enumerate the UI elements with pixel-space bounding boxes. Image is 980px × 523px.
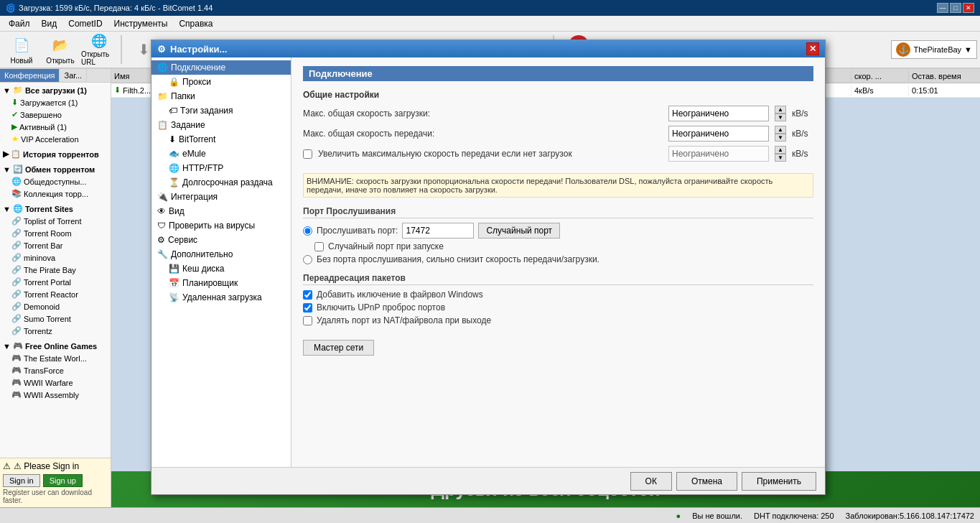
nav-longterm[interactable]: ⏳ Долгосрочная раздача bbox=[151, 175, 291, 190]
nav-task[interactable]: 📋 Задание bbox=[151, 118, 291, 132]
random-port-start-checkbox[interactable] bbox=[314, 242, 324, 251]
nav-bittorrent[interactable]: ⬇ BitTorrent bbox=[151, 132, 291, 147]
remove-port-checkbox[interactable] bbox=[303, 316, 312, 325]
upload-spin-up[interactable]: ▲ bbox=[775, 126, 786, 134]
upnp-row: Включить UPnP проброс портов bbox=[303, 302, 813, 313]
nav-icon-longterm: ⏳ bbox=[169, 177, 179, 188]
download-speed-input[interactable] bbox=[668, 106, 769, 121]
listen-radio[interactable] bbox=[303, 226, 312, 236]
nav-folders[interactable]: 📁 Папки bbox=[151, 89, 291, 103]
packet-section: Переадресация пакетов Добавить иключение… bbox=[303, 273, 813, 325]
upload-speed-spinner[interactable]: ▲ ▼ bbox=[775, 126, 786, 142]
dialog-title-text: Настройки... bbox=[170, 44, 227, 55]
no-listen-row: Без порта прослушивания, сильно снизит с… bbox=[303, 254, 813, 264]
boost-spin-up[interactable]: ▲ bbox=[775, 146, 786, 154]
dialog-nav: 🌐 Подключение 🔒 Прокси 📁 Папки 🏷 Тэги за… bbox=[151, 57, 291, 467]
dialog-title-content: ⚙ Настройки... bbox=[157, 44, 227, 55]
nav-icon-diskcache: 💾 bbox=[169, 264, 179, 274]
nav-icon-service: ⚙ bbox=[157, 235, 165, 245]
remove-port-row: Удалять порт из NAT/файрвола при выходе bbox=[303, 315, 813, 325]
listen-port-section: Порт Прослушивания bbox=[303, 206, 813, 218]
boost-checkbox[interactable] bbox=[303, 149, 312, 159]
no-listen-radio[interactable] bbox=[303, 255, 312, 264]
nav-tags[interactable]: 🏷 Тэги задания bbox=[151, 103, 291, 118]
section-title: Подключение bbox=[303, 66, 813, 81]
settings-dialog: ⚙ Настройки... ✕ 🌐 Подключение 🔒 Прокси … bbox=[151, 40, 826, 495]
nav-icon-tags: 🏷 bbox=[169, 106, 177, 116]
nav-icon-integration: 🔌 bbox=[157, 192, 168, 202]
dialog-footer: ОК Отмена Применить bbox=[151, 467, 825, 494]
net-wizard-button[interactable]: Мастер сети bbox=[303, 340, 374, 356]
random-port-start-label: Случайный порт при запуске bbox=[328, 241, 444, 251]
nav-icon-folders: 📁 bbox=[157, 91, 168, 101]
gen-settings-title: Общие настройки bbox=[303, 90, 813, 100]
nav-icon-emule: 🐟 bbox=[169, 149, 179, 159]
nav-icon-advanced: 🔧 bbox=[157, 249, 168, 259]
firewall-checkbox[interactable] bbox=[303, 290, 312, 300]
nav-icon-antivirus: 🛡 bbox=[157, 221, 166, 231]
nav-icon-httpftp: 🌐 bbox=[169, 163, 179, 173]
packet-title: Переадресация пакетов bbox=[303, 273, 813, 285]
listen-radio-row: Прослушивать порт: Случайный порт bbox=[303, 223, 813, 239]
boost-unit: кВ/s bbox=[792, 149, 813, 159]
cancel-button[interactable]: Отмена bbox=[676, 472, 737, 491]
random-port-button[interactable]: Случайный порт bbox=[478, 223, 560, 239]
nav-icon-scheduler: 📅 bbox=[169, 278, 179, 288]
nav-service[interactable]: ⚙ Сервис bbox=[151, 233, 291, 247]
nav-icon-bittorrent: ⬇ bbox=[169, 134, 176, 144]
upload-speed-label: Макс. общая скорость передачи: bbox=[303, 129, 663, 139]
listen-radio-label: Прослушивать порт: bbox=[317, 226, 398, 236]
download-speed-row: Макс. общая скорость загрузки: ▲ ▼ кВ/s bbox=[303, 106, 813, 121]
no-listen-label: Без порта прослушивания, сильно снизит с… bbox=[317, 254, 599, 264]
dialog-close-button[interactable]: ✕ bbox=[806, 42, 819, 55]
dialog-title-bar: ⚙ Настройки... ✕ bbox=[151, 40, 825, 57]
nav-proxy[interactable]: 🔒 Прокси bbox=[151, 75, 291, 89]
nav-antivirus[interactable]: 🛡 Проверить на вирусы bbox=[151, 218, 291, 233]
nav-emule[interactable]: 🐟 eMule bbox=[151, 147, 291, 161]
download-speed-label: Макс. общая скорость загрузки: bbox=[303, 108, 663, 119]
nav-icon-connection: 🌐 bbox=[157, 63, 168, 73]
download-speed-unit: кВ/s bbox=[792, 108, 813, 119]
boost-row: Увеличить максимальную скорость передачи… bbox=[303, 146, 813, 162]
nav-remote[interactable]: 📡 Удаленная загрузка bbox=[151, 290, 291, 305]
random-port-start-row: Случайный порт при запуске bbox=[314, 241, 813, 251]
dialog-body: 🌐 Подключение 🔒 Прокси 📁 Папки 🏷 Тэги за… bbox=[151, 57, 825, 467]
dialog-icon: ⚙ bbox=[157, 44, 166, 55]
dialog-content: Подключение Общие настройки Макс. общая … bbox=[291, 57, 825, 467]
firewall-row: Добавить иключение в файрвол Windows bbox=[303, 290, 813, 300]
nav-diskcache[interactable]: 💾 Кеш диска bbox=[151, 262, 291, 276]
download-speed-spinner[interactable]: ▲ ▼ bbox=[775, 106, 786, 121]
upnp-label: Включить UPnP проброс портов bbox=[317, 302, 445, 313]
nav-icon-task: 📋 bbox=[157, 120, 168, 130]
boost-label: Увеличить максимальную скорость передачи… bbox=[318, 149, 663, 159]
remove-port-label: Удалять порт из NAT/файрвола при выходе bbox=[317, 315, 491, 325]
ok-button[interactable]: ОК bbox=[630, 472, 672, 491]
nav-icon-proxy: 🔒 bbox=[169, 77, 179, 87]
nav-scheduler[interactable]: 📅 Планировщик bbox=[151, 276, 291, 290]
nav-httpftp[interactable]: 🌐 HTTP/FTP bbox=[151, 161, 291, 175]
upnp-checkbox[interactable] bbox=[303, 303, 312, 313]
nav-icon-view: 👁 bbox=[157, 206, 166, 216]
upload-speed-unit: кВ/s bbox=[792, 129, 813, 139]
nav-view[interactable]: 👁 Вид bbox=[151, 204, 291, 218]
upload-spin-down[interactable]: ▼ bbox=[775, 134, 786, 142]
boost-input[interactable] bbox=[668, 146, 769, 162]
dialog-overlay: ⚙ Настройки... ✕ 🌐 Подключение 🔒 Прокси … bbox=[0, 0, 980, 523]
nav-icon-remote: 📡 bbox=[169, 292, 179, 302]
spin-up-icon[interactable]: ▲ bbox=[775, 106, 786, 114]
port-input[interactable] bbox=[402, 223, 474, 239]
upload-speed-row: Макс. общая скорость передачи: ▲ ▼ кВ/s bbox=[303, 126, 813, 142]
nav-integration[interactable]: 🔌 Интеграция bbox=[151, 190, 291, 204]
upload-speed-input[interactable] bbox=[668, 126, 769, 142]
boost-spin-down[interactable]: ▼ bbox=[775, 154, 786, 162]
spin-down-icon[interactable]: ▼ bbox=[775, 114, 786, 121]
general-settings: Общие настройки Макс. общая скорость заг… bbox=[303, 90, 813, 162]
boost-spinner[interactable]: ▲ ▼ bbox=[775, 146, 786, 162]
firewall-label: Добавить иключение в файрвол Windows bbox=[317, 290, 483, 300]
apply-button[interactable]: Применить bbox=[742, 472, 816, 491]
nav-connection[interactable]: 🌐 Подключение bbox=[151, 60, 291, 75]
nav-advanced[interactable]: 🔧 Дополнительно bbox=[151, 247, 291, 262]
warning-text: ВНИМАНИЕ: скорость загрузки пропорционал… bbox=[303, 173, 813, 198]
